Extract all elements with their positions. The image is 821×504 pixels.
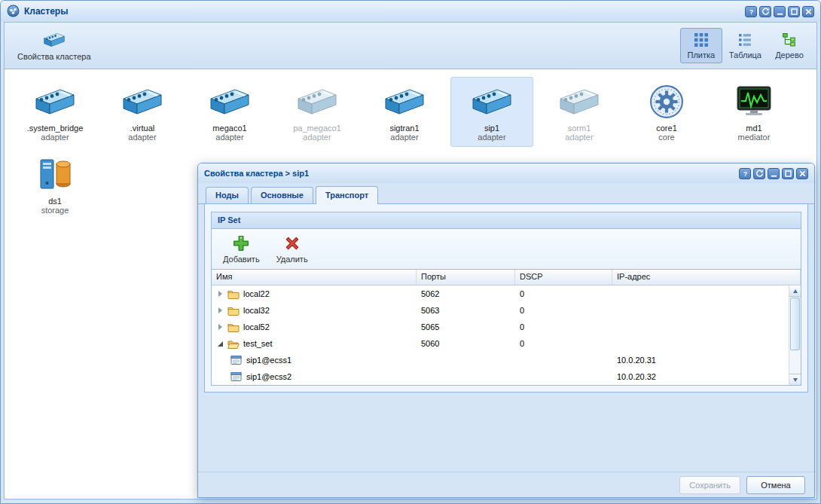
column-header-ip[interactable]: IP-адрес	[612, 270, 801, 285]
cell-name: local52	[212, 322, 417, 332]
expand-icon	[218, 291, 222, 297]
cluster-tile-icon	[365, 82, 444, 121]
tab-nodes[interactable]: Ноды	[206, 187, 249, 203]
row-name-text: sip1@ecss1	[246, 356, 291, 365]
cell-dscp: 0	[515, 306, 612, 315]
close-button[interactable]	[802, 6, 814, 17]
scroll-up-icon	[793, 289, 798, 293]
maximize-button[interactable]	[782, 168, 794, 179]
grid-row[interactable]: sip1@ecss1 10.0.20.31	[212, 352, 789, 368]
expand-icon	[218, 324, 222, 330]
expand-arrow[interactable]	[215, 322, 224, 331]
cluster-tile[interactable]: .system_bridge adapter	[14, 77, 96, 147]
cluster-tile[interactable]: megaco1 adapter	[188, 77, 271, 147]
cluster-tile-type: adapter	[278, 133, 356, 142]
close-button[interactable]	[796, 168, 808, 179]
vertical-scrollbar[interactable]	[789, 286, 801, 385]
cell-dscp: 0	[515, 289, 612, 298]
column-header-ports[interactable]: Порты	[417, 270, 515, 285]
view-tree-button[interactable]: Дерево	[768, 28, 810, 63]
expand-arrow[interactable]	[215, 339, 224, 348]
grid-body: local22 5062 0 local32 5063 0 local52 50…	[212, 286, 801, 385]
cluster-tile-name: pa_megaco1	[278, 124, 356, 133]
window-titlebar[interactable]: Кластеры ?	[1, 1, 820, 22]
cell-dscp: 0	[515, 322, 612, 331]
cell-name: sip1@ecss2	[212, 371, 417, 382]
minimize-button[interactable]	[774, 6, 786, 17]
cell-ip: 10.0.20.32	[612, 372, 789, 381]
cluster-tile-type: core	[627, 133, 706, 142]
cluster-tile[interactable]: core1 core	[625, 77, 708, 147]
view-table-label: Таблица	[729, 50, 761, 60]
scroll-up-button[interactable]	[789, 286, 801, 297]
column-header-name[interactable]: Имя	[212, 270, 417, 285]
help-button[interactable]: ?	[745, 6, 757, 17]
cluster-tile[interactable]: .virtual adapter	[101, 77, 184, 147]
svg-text:?: ?	[743, 170, 746, 177]
grid-row[interactable]: local32 5063 0	[212, 302, 789, 319]
view-tiles-button[interactable]: Плитка	[680, 28, 722, 63]
cluster-tile-name: sorm1	[540, 124, 618, 133]
cell-ports: 5063	[417, 306, 515, 315]
grid-row[interactable]: sip1@ecss2 10.0.20.32	[212, 368, 789, 385]
dialog-titlebar[interactable]: Свойства кластера > sip1 ?	[198, 163, 814, 183]
refresh-button[interactable]	[759, 6, 771, 17]
grid-rows: local22 5062 0 local32 5063 0 local52 50…	[212, 286, 789, 385]
cancel-button[interactable]: Отмена	[746, 476, 805, 494]
ipset-panel: IP Set Добавить Удалить Имя Порты	[211, 212, 801, 386]
cluster-tile-type: adapter	[191, 133, 269, 142]
cluster-tile-name: .system_bridge	[16, 124, 94, 133]
scroll-down-button[interactable]	[789, 374, 801, 385]
grid-header: Имя Порты DSCP IP-адрес	[212, 270, 801, 286]
cluster-tile[interactable]: md1 mediator	[713, 77, 795, 147]
row-name-text: sip1@ecss2	[246, 372, 291, 381]
maximize-button[interactable]	[788, 6, 800, 17]
cluster-tile-icon	[715, 82, 793, 121]
cluster-properties-button[interactable]: Свойства кластера	[11, 26, 98, 65]
refresh-button[interactable]	[753, 168, 765, 179]
tab-main[interactable]: Основные	[251, 187, 313, 203]
column-header-dscp[interactable]: DSCP	[515, 270, 612, 285]
minimize-button[interactable]	[768, 168, 780, 179]
cluster-tile-name: .virtual	[103, 124, 182, 133]
help-button[interactable]: ?	[739, 168, 751, 179]
view-table-icon	[738, 32, 752, 48]
row-icon	[227, 322, 240, 332]
view-tree-icon	[783, 32, 796, 48]
save-button[interactable]: Сохранить	[679, 476, 740, 494]
cluster-tile[interactable]: ds1 storage	[14, 150, 96, 220]
expand-icon	[218, 307, 222, 313]
cluster-tile[interactable]: sorm1 adapter	[538, 77, 621, 147]
cluster-tile-type: adapter	[453, 133, 531, 142]
view-tiles-label: Плитка	[688, 50, 716, 60]
add-button[interactable]: Добавить	[216, 232, 267, 266]
expand-arrow[interactable]	[215, 289, 224, 298]
cluster-tile[interactable]: sip1 adapter	[450, 77, 533, 147]
svg-text:?: ?	[749, 8, 752, 15]
cluster-tile-type: adapter	[365, 133, 444, 142]
row-name-text: local52	[243, 322, 270, 331]
dialog-controls: ?	[737, 168, 808, 179]
cluster-tile[interactable]: pa_megaco1 adapter	[276, 77, 359, 147]
grid-row[interactable]: test_set 5060 0	[212, 335, 789, 352]
ipset-toolbar: Добавить Удалить	[212, 229, 801, 270]
cluster-tile-type: adapter	[103, 133, 182, 142]
row-icon	[230, 371, 243, 382]
add-icon	[232, 234, 250, 252]
cluster-tile[interactable]: sigtran1 adapter	[363, 77, 446, 147]
grid-row[interactable]: local52 5065 0	[212, 319, 789, 335]
window-controls: ?	[743, 6, 814, 17]
collapse-icon	[218, 341, 223, 347]
delete-button[interactable]: Удалить	[270, 232, 315, 266]
screen: Кластеры ? Свойства кластера Плитка Табл…	[0, 0, 821, 504]
row-name-text: local22	[243, 289, 270, 298]
delete-icon	[283, 234, 301, 252]
cluster-properties-label: Свойства кластера	[17, 52, 91, 61]
view-tree-label: Дерево	[775, 50, 804, 60]
scroll-thumb[interactable]	[790, 298, 800, 350]
view-table-button[interactable]: Таблица	[722, 28, 768, 63]
tab-transport[interactable]: Транспорт	[316, 186, 378, 204]
expand-arrow[interactable]	[215, 306, 224, 315]
grid-row[interactable]: local22 5062 0	[212, 286, 789, 302]
main-toolbar: Свойства кластера Плитка Таблица Дерево	[5, 23, 816, 69]
